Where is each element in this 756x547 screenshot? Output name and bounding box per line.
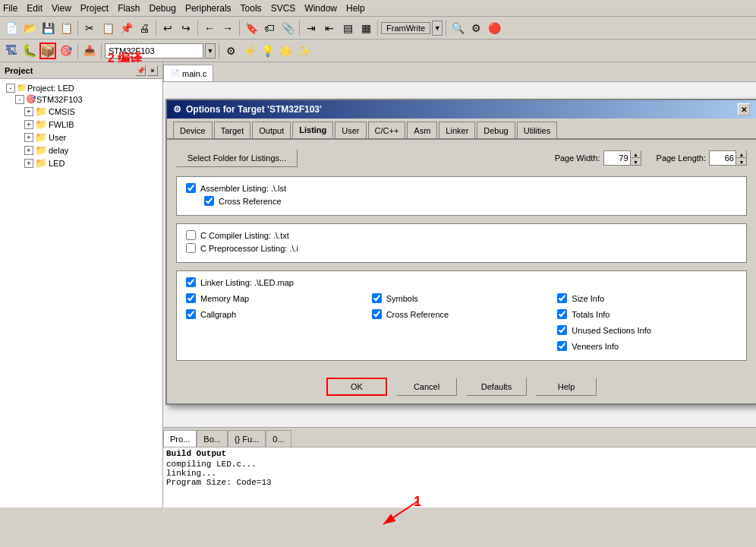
unused-sections-checkbox[interactable] (557, 325, 567, 335)
menu-debug[interactable]: Debug (150, 3, 176, 14)
bottom-tab-fu[interactable]: {} Fu... (228, 430, 266, 447)
dialog-close-btn[interactable]: ✕ (738, 103, 750, 115)
bookmark2-btn[interactable]: 🏷 (261, 20, 278, 36)
help-button[interactable]: Help (536, 378, 597, 396)
tab-debug[interactable]: Debug (477, 122, 515, 138)
menu-peripherals[interactable]: Peripherals (185, 3, 232, 14)
tab-user[interactable]: User (335, 122, 366, 138)
bookmark-btn[interactable]: 🔖 (243, 20, 260, 36)
page-width-input[interactable] (603, 150, 631, 166)
page-length-spinbox[interactable]: ▲ ▼ (709, 150, 747, 166)
framwrite-dropdown[interactable]: ▼ (432, 21, 443, 36)
options-btn[interactable]: ⚙ (222, 43, 239, 59)
open-btn[interactable]: 📂 (21, 20, 38, 36)
indent2-btn[interactable]: ⇤ (321, 20, 338, 36)
memory-map-checkbox[interactable] (186, 293, 196, 303)
page-width-up[interactable]: ▲ (631, 150, 641, 158)
target-dropdown[interactable]: ▼ (205, 43, 216, 58)
cross-reference-asm-checkbox[interactable] (204, 196, 214, 206)
page-length-up[interactable]: ▲ (736, 150, 747, 158)
indent4-btn[interactable]: ▦ (358, 20, 374, 36)
bottom-tab-0[interactable]: 0... (266, 430, 291, 447)
ok-button[interactable]: OK (326, 378, 387, 396)
symbols-checkbox[interactable] (372, 293, 382, 303)
tree-user[interactable]: + 📁 User (0, 131, 162, 144)
expand-cmsis[interactable]: + (24, 107, 33, 116)
size-info-checkbox[interactable] (557, 293, 567, 303)
expand-stm32[interactable]: - (15, 95, 24, 104)
tab-target[interactable]: Target (214, 122, 251, 138)
callgraph-checkbox[interactable] (186, 309, 196, 319)
cancel-button[interactable]: Cancel (396, 378, 457, 396)
page-length-input[interactable] (709, 150, 736, 166)
linker-listing-checkbox[interactable] (186, 277, 196, 287)
assembler-listing-checkbox[interactable] (186, 183, 196, 193)
debug-icon-btn[interactable]: 🐛 (21, 43, 38, 59)
paste-btn[interactable]: 📌 (118, 20, 134, 36)
extra-btn3[interactable]: 🔴 (486, 20, 502, 36)
menu-svcs[interactable]: SVCS (271, 3, 296, 14)
expand-led[interactable]: + (24, 159, 33, 168)
expand-user[interactable]: + (24, 133, 33, 142)
page-width-down[interactable]: ▼ (631, 158, 641, 166)
redo-btn[interactable]: ↪ (178, 20, 194, 36)
target-menu-btn[interactable]: 🎯 (58, 43, 74, 59)
indent3-btn[interactable]: ▤ (339, 20, 356, 36)
load-btn[interactable]: 📥 (81, 43, 98, 59)
veneers-info-checkbox[interactable] (557, 341, 567, 351)
c-preprocessor-checkbox[interactable] (186, 243, 196, 253)
project-icon-btn[interactable]: 🏗 (3, 43, 20, 59)
new-btn[interactable]: 📄 (3, 20, 20, 36)
menu-help[interactable]: Help (346, 3, 365, 14)
tab-listing[interactable]: Listing (292, 122, 333, 138)
tab-device[interactable]: Device (173, 122, 213, 138)
tree-fwlib[interactable]: + 📁 FWLIB (0, 118, 162, 131)
flash4-btn[interactable]: ✨ (295, 43, 312, 59)
tree-project-led[interactable]: - 📁 Project: LED (0, 82, 162, 93)
menu-project[interactable]: Project (80, 3, 109, 14)
fwd-btn[interactable]: → (219, 20, 236, 36)
menu-flash[interactable]: Flash (118, 3, 140, 14)
flash3-btn[interactable]: 🌟 (277, 43, 294, 59)
tree-stm32[interactable]: - 🎯 STM32F103 (0, 93, 162, 105)
tab-output[interactable]: Output (252, 122, 291, 138)
save-btn[interactable]: 💾 (39, 20, 56, 36)
indent-btn[interactable]: ⇥ (303, 20, 320, 36)
menu-view[interactable]: View (52, 3, 71, 14)
tab-utilities[interactable]: Utilities (517, 122, 557, 138)
tab-asm[interactable]: Asm (407, 122, 437, 138)
cross-reference-linker-checkbox[interactable] (372, 309, 382, 319)
menu-edit[interactable]: Edit (27, 3, 43, 14)
back-btn[interactable]: ← (201, 20, 218, 36)
panel-pin-btn[interactable]: 📌 (135, 65, 146, 76)
totals-info-checkbox[interactable] (557, 309, 567, 319)
print-btn[interactable]: 🖨 (136, 20, 153, 36)
extra-btn1[interactable]: 🔍 (449, 20, 466, 36)
expand-delay[interactable]: + (24, 146, 33, 155)
tree-led[interactable]: + 📁 LED (0, 157, 162, 169)
tab-cpp[interactable]: C/C++ (368, 122, 406, 138)
flash-btn[interactable]: ⚡ (241, 43, 257, 59)
expand-project[interactable]: - (6, 84, 15, 93)
undo-btn[interactable]: ↩ (159, 20, 176, 36)
menu-file[interactable]: File (3, 3, 17, 14)
select-folder-btn[interactable]: Select Folder for Listings... (176, 149, 298, 167)
copy-btn[interactable]: 📋 (99, 20, 116, 36)
menu-tools[interactable]: Tools (241, 3, 262, 14)
tree-delay[interactable]: + 📁 delay (0, 144, 162, 157)
menu-window[interactable]: Window (304, 3, 337, 14)
expand-fwlib[interactable]: + (24, 120, 33, 129)
bottom-tab-bo[interactable]: Bo... (197, 430, 228, 447)
bookmark3-btn[interactable]: 📎 (279, 20, 296, 36)
c-compiler-checkbox[interactable] (186, 230, 196, 240)
save-all-btn[interactable]: 📋 (58, 20, 74, 36)
flash2-btn[interactable]: 💡 (259, 43, 276, 59)
bottom-tab-pro[interactable]: Pro... (163, 430, 197, 447)
compile-btn[interactable]: 📦 (39, 43, 56, 59)
defaults-button[interactable]: Defaults (466, 378, 527, 396)
panel-close-btn[interactable]: × (147, 65, 158, 76)
tree-cmsis[interactable]: + 📁 CMSIS (0, 105, 162, 118)
cut-btn[interactable]: ✂ (81, 20, 98, 36)
page-width-spinbox[interactable]: ▲ ▼ (603, 150, 641, 166)
page-length-down[interactable]: ▼ (736, 158, 747, 166)
